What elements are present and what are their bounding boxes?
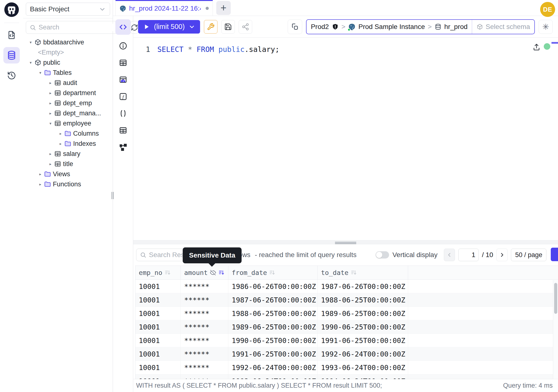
chevron-right-icon[interactable]: ▸ (47, 81, 53, 85)
sidebar-item-databases[interactable] (3, 47, 20, 63)
results-status-bar: WITH result AS ( SELECT * FROM public.sa… (133, 379, 558, 392)
chevron-right-icon[interactable]: ▸ (37, 172, 44, 176)
tables-icon[interactable] (118, 58, 128, 68)
schema-diagram-icon[interactable] (118, 142, 128, 152)
page-size-select[interactable]: 50 / page (511, 249, 546, 261)
sort-icon[interactable] (164, 269, 171, 276)
sort-icon[interactable] (218, 269, 225, 276)
column-header-from_date[interactable]: from_date (228, 266, 318, 279)
project-selector[interactable]: Basic Project (26, 3, 110, 16)
ai-assistant-button[interactable]: ✳ (539, 20, 553, 34)
tree-item-functions[interactable]: ▸Functions (23, 179, 113, 189)
select-schema-button[interactable]: Select schema (472, 20, 534, 34)
table-row[interactable]: 10001******1988-06-25T00:00:00Z1989-06-2… (135, 307, 558, 320)
format-sql-button[interactable] (204, 20, 218, 34)
functions-icon[interactable]: f (118, 92, 128, 101)
sidebar-item-worksheets[interactable] (3, 27, 20, 43)
chevron-right-icon[interactable]: ▸ (47, 101, 53, 105)
chevron-right-icon[interactable]: ▸ (57, 131, 64, 136)
avatar[interactable]: DE (540, 2, 555, 17)
chevron-right-icon[interactable]: ▸ (47, 91, 53, 95)
chevron-right-icon[interactable]: ▸ (57, 141, 64, 146)
result-table-body: 10001******1986-06-26T00:00:00Z1987-06-2… (135, 280, 558, 379)
chevron-right-icon[interactable]: ▸ (47, 162, 53, 166)
cell-emp_no: 10001 (135, 307, 181, 320)
tree-item-department[interactable]: ▸department (23, 88, 113, 98)
export-button[interactable] (551, 248, 558, 261)
info-icon[interactable] (118, 41, 128, 51)
column-header-to_date[interactable]: to_date (318, 266, 408, 279)
next-page-button[interactable] (497, 249, 507, 261)
chevron-down-icon[interactable]: ▾ (27, 40, 34, 45)
cell-empty (408, 334, 558, 347)
tree-item-columns[interactable]: ▸Columns (23, 128, 113, 139)
chevron-right-icon[interactable]: ▸ (37, 182, 44, 187)
tree-item-salary[interactable]: ▸salary (23, 149, 113, 159)
panel-splitter[interactable] (133, 240, 558, 244)
instance-engine-icon (348, 23, 356, 30)
run-query-button[interactable]: (limit 500) (138, 20, 200, 34)
table-row[interactable]: 10001******1992-06-24T00:00:00Z1993-06-2… (135, 361, 558, 374)
sql-editor[interactable]: 1 SELECT * FROM public.salary; (133, 38, 558, 240)
cell-to_date: 1992-06-24T00:00:00Z (318, 347, 408, 361)
save-sheet-button[interactable] (221, 20, 235, 34)
eye-off-icon[interactable] (210, 269, 216, 276)
tab-worksheet[interactable]: hr_prod 2024-11-22 16:49 (115, 0, 213, 16)
editor-toolbar: (limit 500) (133, 16, 558, 38)
tree-item-dept-mana-[interactable]: ▸dept_mana... (23, 108, 113, 118)
run-options-chevron-icon[interactable] (189, 23, 195, 30)
masked-data-icon[interactable] (118, 75, 128, 85)
table-row[interactable]: 10001******1990-06-25T00:00:00Z1991-06-2… (135, 334, 558, 347)
batch-query-button[interactable] (288, 19, 302, 34)
tree-item-dept-emp[interactable]: ▸dept_emp (23, 98, 113, 108)
results-scrollbar-thumb[interactable] (554, 283, 557, 314)
chevron-down-icon[interactable]: ▾ (37, 70, 44, 75)
table-row[interactable]: 10001******1991-06-25T00:00:00Z1992-06-2… (135, 347, 558, 361)
tree-item-indexes[interactable]: ▸Indexes (23, 139, 113, 149)
bytebase-logo-icon[interactable] (4, 2, 19, 17)
schema-icon (34, 39, 42, 46)
tree-item-employee[interactable]: ▾employee (23, 118, 113, 128)
external-tables-icon[interactable] (118, 125, 128, 135)
share-sheet-button[interactable] (239, 20, 252, 34)
vertical-display-toggle[interactable] (375, 251, 389, 259)
procedures-icon[interactable] (118, 109, 128, 118)
code-panel-button[interactable] (115, 19, 131, 35)
tree-item-tables[interactable]: ▾Tables (23, 68, 113, 78)
prev-page-button[interactable] (444, 249, 455, 261)
tree-item-audit[interactable]: ▸audit (23, 78, 113, 88)
tree-item-views[interactable]: ▸Views (23, 169, 113, 179)
table-row[interactable]: 10001******1987-06-26T00:00:00Z1988-06-2… (135, 293, 558, 307)
chevron-right-icon[interactable]: ▸ (47, 111, 53, 116)
tree-item--empty-[interactable]: <Empty> (23, 47, 113, 57)
breadcrumb-separator: > (428, 23, 432, 31)
sort-icon[interactable] (350, 269, 357, 276)
line-number: 1 (133, 45, 157, 53)
chevron-right-icon[interactable]: ▸ (47, 152, 53, 156)
sidebar-search-input[interactable] (39, 24, 124, 31)
chevron-down-icon[interactable]: ▾ (47, 121, 53, 126)
connection-target[interactable]: Prod2 > Prod Sample Instance (306, 23, 472, 31)
cell-from_date: 1990-06-25T00:00:00Z (228, 334, 318, 347)
cell-to_date: 1993-06-24T00:00:00Z (318, 361, 408, 374)
upload-sql-button[interactable] (532, 43, 541, 51)
table-row[interactable]: 10001******1986-06-26T00:00:00Z1987-06-2… (135, 280, 558, 293)
cell-emp_no: 10001 (135, 347, 181, 361)
new-tab-button[interactable]: + (216, 1, 231, 15)
column-header-amount[interactable]: amount (181, 266, 228, 279)
chevron-down-icon[interactable]: ▾ (27, 60, 34, 65)
cell-amount: ****** (181, 320, 228, 334)
sidebar-item-history[interactable] (3, 67, 20, 84)
tree-item-label: <Empty> (38, 49, 64, 56)
ai-assistant-icon: ✳ (542, 22, 549, 32)
sort-icon[interactable] (269, 269, 275, 276)
page-number-input[interactable] (458, 249, 479, 261)
tab-title: hr_prod 2024-11-22 16:49 (129, 5, 201, 12)
table-row[interactable]: 10001******1993-06-24T00:00:00Z1994-06-2… (135, 374, 558, 379)
tree-item-bbdataarchive[interactable]: ▾bbdataarchive (23, 37, 113, 47)
table-row[interactable]: 10001******1989-06-25T00:00:00Z1990-06-2… (135, 320, 558, 334)
column-header-emp_no[interactable]: emp_no (135, 266, 181, 279)
tree-item-public[interactable]: ▾public (23, 57, 113, 68)
page-size-label: 50 / page (515, 251, 542, 259)
tree-item-title[interactable]: ▸title (23, 159, 113, 169)
